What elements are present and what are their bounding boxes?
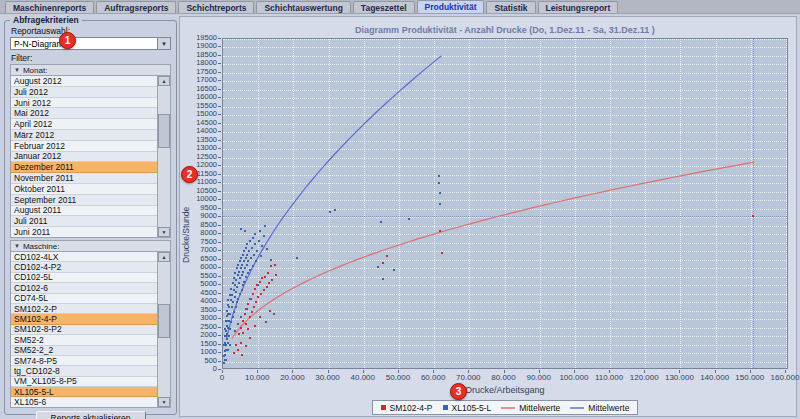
scroll-up-icon[interactable]: ▲ [158, 76, 170, 86]
y-tick-mark [218, 55, 221, 56]
list-item[interactable]: Januar 2012 [11, 152, 157, 163]
y-tick-mark [218, 318, 221, 319]
list-item[interactable]: August 2012 [11, 76, 157, 87]
data-point [254, 288, 256, 290]
list-item[interactable]: Mai 2012 [11, 108, 157, 119]
machine-scrollbar[interactable]: ▲ ▼ [157, 252, 170, 407]
list-item[interactable]: März 2012 [11, 130, 157, 141]
data-point [240, 316, 242, 318]
data-point [243, 281, 245, 283]
y-tick-label: 8000 [185, 229, 217, 237]
data-point [257, 296, 259, 298]
list-item[interactable]: Dezember 2011 [11, 162, 157, 173]
chevron-down-icon[interactable]: ▼ [157, 38, 170, 49]
tab-maschinenreports[interactable]: Maschinenreports [5, 1, 94, 13]
x-tick-mark [785, 370, 786, 373]
data-point [225, 349, 227, 351]
list-item[interactable]: CD102-6 [11, 283, 157, 293]
tab-auftragsreports[interactable]: Auftragsreports [96, 1, 176, 13]
list-item[interactable]: CD102-5L [11, 273, 157, 283]
list-item[interactable]: Juli 2012 [11, 87, 157, 98]
data-point [255, 301, 257, 303]
tab-leistungsreport[interactable]: Leistungsreport [538, 1, 619, 13]
data-point [271, 279, 273, 281]
data-point [235, 344, 237, 346]
trend-curves [223, 39, 789, 370]
machine-list-header[interactable]: ▼ Maschine: [10, 240, 171, 251]
list-item[interactable]: SM52-2_2 [11, 346, 157, 356]
tab-schichtreports[interactable]: Schichtreports [178, 1, 254, 13]
list-item[interactable]: CD102-4LX [11, 252, 157, 262]
list-item[interactable]: SM102-8-P2 [11, 325, 157, 335]
data-point [240, 257, 242, 259]
list-item[interactable]: CD74-5L [11, 294, 157, 304]
data-point [270, 259, 272, 261]
scroll-down-icon[interactable]: ▼ [158, 397, 170, 407]
report-select[interactable]: P-N-Diagramm ▼ [10, 37, 171, 50]
list-item[interactable]: tg_CD102-8 [11, 366, 157, 376]
data-point [249, 337, 251, 339]
list-item[interactable]: Juni 2012 [11, 98, 157, 109]
data-point [242, 332, 244, 334]
scroll-thumb[interactable] [158, 304, 170, 338]
list-item[interactable]: Juni 2011 [11, 227, 157, 238]
list-item[interactable]: Juli 2011 [11, 216, 157, 227]
y-tick-mark [218, 259, 221, 260]
update-reports-button[interactable]: Reports aktualisieren [36, 411, 146, 419]
tab-bar: MaschinenreportsAuftragsreportsSchichtre… [0, 0, 800, 14]
data-point [240, 342, 242, 344]
data-point [438, 175, 440, 177]
data-point [266, 286, 268, 288]
list-item[interactable]: VM_XL105-8-P5 [11, 377, 157, 387]
scroll-up-icon[interactable]: ▲ [158, 252, 170, 262]
y-tick-mark [218, 233, 221, 234]
tab-tageszettel[interactable]: Tageszettel [353, 1, 415, 13]
data-point [249, 240, 251, 242]
list-item[interactable]: November 2011 [11, 173, 157, 184]
machine-header-label: Maschine: [23, 242, 59, 251]
y-tick-mark [218, 352, 221, 353]
list-item[interactable]: September 2011 [11, 195, 157, 206]
list-item[interactable]: SM102-2-P [11, 304, 157, 314]
data-point [237, 298, 239, 300]
data-point [247, 303, 249, 305]
list-item[interactable]: Oktober 2011 [11, 184, 157, 195]
list-item[interactable]: XL105-6 [11, 397, 157, 407]
list-item[interactable]: SM74-8-P5 [11, 356, 157, 366]
y-tick-mark [218, 174, 221, 175]
scroll-thumb[interactable] [158, 114, 170, 148]
data-point [439, 203, 441, 205]
data-point [258, 240, 260, 242]
month-scrollbar[interactable]: ▲ ▼ [157, 76, 170, 237]
y-tick-label: 500 [185, 357, 217, 365]
y-tick-label: 1000 [185, 348, 217, 356]
data-point [270, 265, 272, 267]
data-point [229, 328, 231, 330]
y-tick-label: 15000 [185, 110, 217, 118]
data-point [238, 282, 240, 284]
data-point [441, 252, 443, 254]
y-tick-label: 18500 [185, 51, 217, 59]
month-list-header[interactable]: ▼ Monat: [10, 64, 171, 75]
list-item[interactable]: SM102-4-P [11, 314, 157, 324]
list-item[interactable]: XL105-5-L [11, 387, 157, 397]
tab-schichtauswertung[interactable]: Schichtauswertung [256, 1, 350, 13]
y-tick-label: 8500 [185, 221, 217, 229]
scroll-down-icon[interactable]: ▼ [158, 227, 170, 237]
tab-statistik[interactable]: Statistik [486, 1, 535, 13]
y-tick-label: 4000 [185, 297, 217, 305]
list-item[interactable]: April 2012 [11, 119, 157, 130]
data-point [238, 271, 240, 273]
list-item[interactable]: CD102-4-P2 [11, 262, 157, 272]
list-item[interactable]: Februar 2012 [11, 141, 157, 152]
data-point [408, 218, 410, 220]
month-list: August 2012Juli 2012Juni 2012Mai 2012Apr… [10, 75, 171, 238]
list-item[interactable]: August 2011 [11, 206, 157, 217]
list-item[interactable]: SM52-2 [11, 335, 157, 345]
plot-area[interactable] [222, 38, 788, 369]
tab-produktivität[interactable]: Produktivität [417, 0, 485, 13]
y-tick-label: 1500 [185, 340, 217, 348]
data-point [296, 257, 298, 259]
x-tick-mark [398, 370, 399, 373]
y-tick-mark [218, 284, 221, 285]
